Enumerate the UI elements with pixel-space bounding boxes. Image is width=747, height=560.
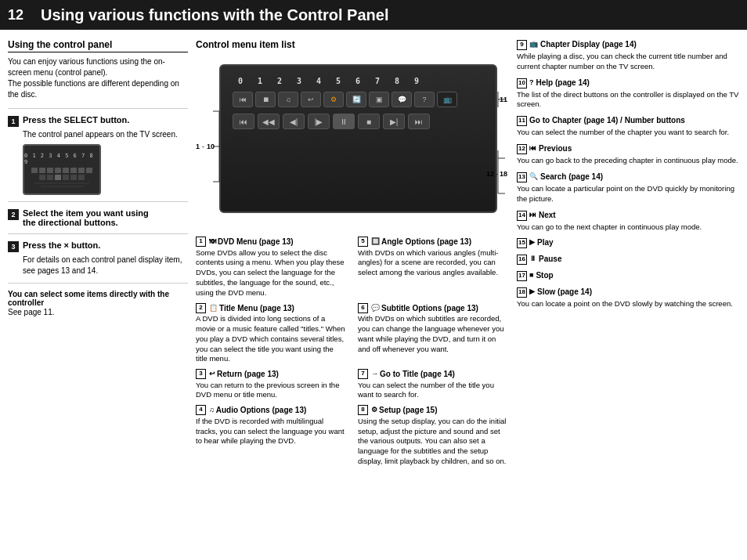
left-column: Using the control panel You can enjoy va… xyxy=(8,39,188,467)
panel-ctrl-search-back[interactable]: ◀◀ xyxy=(258,114,280,129)
panel-controls-row: ⏮ ◀◀ ◀| |▶ ⏸ ■ ▶| ⏭ xyxy=(229,114,488,129)
panel-ctrl-next[interactable]: ⏭ xyxy=(408,114,430,129)
item-5: 5 🔲 Angle Options (page 13) With DVDs on… xyxy=(358,237,509,298)
divider-1 xyxy=(8,108,188,109)
step-3-number: 3 xyxy=(8,241,19,252)
note-text: See page 11. xyxy=(8,307,188,318)
control-panel-image: 0 1 2 3 4 5 6 7 8 9 ⏮ ⏹ ♫ ↩ ⚙ xyxy=(219,64,497,213)
right-item-16: 16 ⏸ Pause xyxy=(517,254,739,265)
panel-icon-7[interactable]: ▣ xyxy=(369,92,389,107)
page-title: Using various functions with the Control… xyxy=(41,6,388,24)
item-3: 3 ↩ Return (page 13) You can return to t… xyxy=(196,369,347,400)
panel-ctrl-stop[interactable]: ■ xyxy=(358,114,380,129)
step-2-number: 2 xyxy=(8,209,19,220)
panel-icon-4[interactable]: ↩ xyxy=(301,92,321,107)
panel-icon-10[interactable]: 📺 xyxy=(437,92,457,107)
panel-ctrl-step-back[interactable]: ◀| xyxy=(283,114,305,129)
tv-screen-preview: 0 1 2 3 4 5 6 7 8 9 xyxy=(23,144,101,195)
step-3: 3 Press the × button. For details on eac… xyxy=(8,240,188,276)
divider-4 xyxy=(8,283,188,284)
right-item-15: 15 ▶ Play xyxy=(517,237,739,248)
note-bold: You can select some items directly with … xyxy=(8,290,188,307)
item-8: 8 ⚙ Setup (page 15) Using the setup disp… xyxy=(358,405,509,467)
right-item-13: 13 🔍 Search (page 14) You can locate a p… xyxy=(517,172,739,204)
step-1: 1 Press the SELECT button. The control p… xyxy=(8,115,188,195)
annotation-11: 11 xyxy=(500,96,507,103)
step-3-title: Press the × button. xyxy=(23,240,100,250)
panel-ctrl-play-slow[interactable]: ▶| xyxy=(383,114,405,129)
step-3-body: For details on each control panel displa… xyxy=(23,255,188,276)
right-item-10: 10 ? Help (page 14) The list of the dire… xyxy=(517,78,739,110)
item-2: 2 📋 Title Menu (page 13) A DVD is divide… xyxy=(196,303,347,365)
right-item-12: 12 ⏮ Previous You can go back to the pre… xyxy=(517,143,739,166)
annotation-12-18: 12 - 18 xyxy=(486,170,507,178)
annotation-1-10: 1 - 10 xyxy=(196,143,215,150)
step-2: 2 Select the item you want usingthe dire… xyxy=(8,208,188,227)
right-item-17: 17 ■ Stop xyxy=(517,270,739,281)
panel-icon-6[interactable]: 🔄 xyxy=(346,92,366,107)
right-column: 9 📺 Chapter Display (page 14) While play… xyxy=(517,39,739,467)
panel-icon-3[interactable]: ♫ xyxy=(278,92,298,107)
panel-icon-2[interactable]: ⏹ xyxy=(255,92,276,107)
panel-ctrl-pause[interactable]: ⏸ xyxy=(333,114,355,129)
control-menu-title: Control menu item list xyxy=(196,39,509,50)
panel-icon-8[interactable]: 💬 xyxy=(392,92,412,107)
panel-icons-row: ⏮ ⏹ ♫ ↩ ⚙ 🔄 ▣ 💬 ? 📺 xyxy=(229,92,488,107)
right-item-11: 11 Go to Chapter (page 14) / Number butt… xyxy=(517,115,739,138)
panel-container: 0 1 2 3 4 5 6 7 8 9 ⏮ ⏹ ♫ ↩ ⚙ xyxy=(196,56,509,229)
item-6: 6 💬 Subtitle Options (page 13) With DVDs… xyxy=(358,303,509,365)
intro-text: You can enjoy various functions using th… xyxy=(8,56,188,100)
step-1-title: Press the SELECT button. xyxy=(23,115,129,125)
panel-icon-1[interactable]: ⏮ xyxy=(233,92,253,107)
page-number: 12 xyxy=(8,7,30,23)
divider-2 xyxy=(8,201,188,202)
step-1-body: The control panel appears on the TV scre… xyxy=(23,129,188,140)
left-section-title: Using the control panel xyxy=(8,39,188,52)
panel-icon-9[interactable]: ? xyxy=(414,92,435,107)
panel-icon-5[interactable]: ⚙ xyxy=(323,92,344,107)
right-item-18: 18 ▶ Slow (page 14) You can locate a poi… xyxy=(517,287,739,309)
item-1: 1 🍽 DVD Menu (page 13) Some DVDs allow y… xyxy=(196,237,347,298)
divider-3 xyxy=(8,233,188,234)
right-item-14: 14 ⏭ Next You can go to the next chapter… xyxy=(517,210,739,233)
main-content: Using the control panel You can enjoy va… xyxy=(0,30,747,475)
step-2-title: Select the item you want usingthe direct… xyxy=(23,208,149,227)
step-1-number: 1 xyxy=(8,116,19,127)
page-header: 12 Using various functions with the Cont… xyxy=(0,0,747,30)
items-grid: 1 🍽 DVD Menu (page 13) Some DVDs allow y… xyxy=(196,237,509,467)
middle-column: Control menu item list 0 1 2 3 4 5 6 7 8… xyxy=(196,39,509,467)
item-7: 7 → Go to Title (page 14) You can select… xyxy=(358,369,509,400)
item-4: 4 ♫ Audio Options (page 13) If the DVD i… xyxy=(196,405,347,467)
right-item-9: 9 📺 Chapter Display (page 14) While play… xyxy=(517,39,739,72)
panel-numbers-row: 0 1 2 3 4 5 6 7 8 9 xyxy=(229,77,488,85)
right-items-list: 9 📺 Chapter Display (page 14) While play… xyxy=(517,39,739,309)
panel-ctrl-prev[interactable]: ⏮ xyxy=(233,114,254,129)
panel-ctrl-step-fwd[interactable]: |▶ xyxy=(308,114,330,129)
